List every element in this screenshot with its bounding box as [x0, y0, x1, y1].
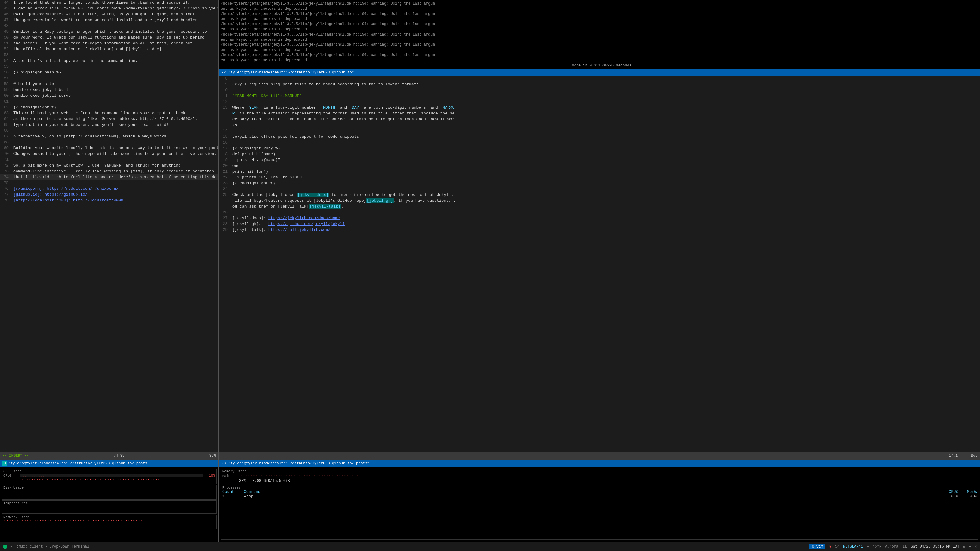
terminal-output: /home/tylerb/gems/gems/jekyll-3.8.5/lib/… [219, 0, 980, 69]
right-pane: /home/tylerb/gems/gems/jekyll-3.8.5/lib/… [219, 0, 980, 467]
signal-strength: 54 [835, 545, 840, 549]
rline-15: 15 Jekyll also offers powerful support f… [219, 134, 980, 140]
proc-row-1: 1 ytop 0.8 0.0 [222, 494, 977, 499]
rline-23: 23 {% endhighlight %} [219, 181, 980, 186]
right-bottom-filename-bar: -3 "tylerb@tyler-bladestealth:~/githubio… [219, 460, 980, 467]
cpu-percent: 10% [203, 474, 215, 478]
rline-10: 10 [219, 87, 980, 94]
line-74: 74 that little-kid itch to feel like a h… [0, 175, 218, 180]
status-icon-up: ▲ [963, 545, 965, 549]
rline-13c: cessary front matter. Take a look at the… [219, 117, 980, 122]
ytop-right: Memory Usage Main ······················… [219, 467, 980, 542]
status-right: 0 vim ♥ 54 NETGEAR41 – 45°F Aurora, IL S… [810, 544, 977, 549]
right-divider-bar: -2 "tylerb@tyler-bladestealth:~/githubio… [219, 69, 980, 76]
line-44: 44 I've found that when I forget to add … [0, 0, 218, 6]
screen: 44 I've found that when I forget to add … [0, 0, 980, 551]
proc-mem-header: Mem% [958, 489, 977, 494]
rline-13d: ks. [219, 122, 980, 128]
right-vim-status: 17,1 Bot [219, 451, 980, 460]
rline-16: 16 [219, 140, 980, 146]
memory-title: Memory Usage [222, 470, 977, 473]
proc-count-header: Count [222, 489, 244, 494]
disk-section: Disk Usage [2, 485, 216, 500]
line-52: 52 the official documentation on [jekyll… [0, 46, 218, 52]
wifi-name: NETGEAR41 [843, 545, 863, 549]
memory-bar-row: Main ···································… [222, 474, 977, 478]
network-content: ········································… [3, 519, 215, 528]
rline-13b: P` is the file extension representing th… [219, 111, 980, 117]
datetime: Sat 04/25 03:16 PM EDT [911, 545, 959, 549]
rline-27: 27 [jekyll-docs]: https://jekyllrb.com/d… [219, 216, 980, 221]
line-64: 64 at the output to see something like "… [0, 116, 218, 122]
tmux-session-label: ~: tmux: client - Drop-Down Terminal [10, 545, 89, 549]
network-bar: ········································… [3, 519, 215, 524]
line-67: 67 Alternatively, go to [http://localhos… [0, 134, 218, 140]
line-76: 76 [r/unixporn]: https://reddit.com/r/un… [0, 186, 218, 192]
line-47: 47 the gem executables won't run and we … [0, 17, 218, 23]
rline-13a: 13 Where `YEAR` is a four-digit number, … [219, 105, 980, 111]
proc-command-header: Command [244, 489, 940, 494]
left-filename-bar: 0 "tylerb@tyler-bladestealth:~/githubio/… [0, 460, 218, 467]
ytop-left: CPU Usage CPU0 ··········· 10% ·········… [0, 467, 219, 542]
line-58: 58 # build your site! [0, 81, 218, 87]
right-divider-filename: "tylerb@tyler-bladestealth:~/githubio/Ty… [228, 70, 354, 75]
line-77: 77 [github.io]: https://github.io/ [0, 192, 218, 198]
rline-24: 24 [219, 186, 980, 192]
proc-cpu-1: 0.8 [940, 494, 958, 499]
temperature: – [867, 545, 869, 549]
status-icon-close: ✕ [975, 544, 977, 549]
heart-icon: ♥ [829, 545, 831, 549]
temp-value: 45°F [872, 545, 881, 549]
memory-values: 33% 3.08 GiB/15.5 GiB [222, 479, 977, 483]
location: Aurora, IL [885, 545, 907, 549]
line-65: 65 Type that into your web browser, and … [0, 122, 218, 128]
line-68: 68 [0, 140, 218, 145]
line-60: 60 bundle exec jekyll serve [0, 93, 218, 99]
cpu-bar-dots: ··········· [20, 475, 45, 478]
line-73: 73 command-line-intensive. I really like… [0, 169, 218, 175]
vim-tab-indicator[interactable]: 0 vim [810, 544, 825, 549]
right-divider-num: -2 [221, 70, 226, 75]
line-51: 51 the scenes. If you want more in-depth… [0, 41, 218, 46]
cpu-section: CPU Usage CPU0 ··········· 10% ·········… [2, 468, 216, 484]
rline-19: 19 puts "Hi, #{name}" [219, 157, 980, 163]
status-circle-icon [3, 545, 7, 549]
ytop-section: CPU Usage CPU0 ··········· 10% ·········… [0, 467, 980, 542]
network-section: Network Usage ··························… [2, 514, 216, 529]
line-62: 62 {% endhighlight %} [0, 105, 218, 111]
proc-header: Count Command CPU% Mem% [222, 489, 977, 494]
processes-title: Processes [222, 486, 977, 489]
line-63: 63 This will host your website from the … [0, 111, 218, 116]
main-area: 44 I've found that when I forget to add … [0, 0, 980, 467]
status-bar: ~: tmux: client - Drop-Down Terminal 0 v… [0, 542, 980, 551]
proc-count-1: 1 [222, 494, 244, 499]
line-48: 48 [0, 23, 218, 29]
right-editor-content[interactable]: 8 9 Jekyll requires blog post files to b… [219, 76, 980, 451]
rline-8: 8 [219, 76, 980, 82]
left-editor-content[interactable]: 44 I've found that when I forget to add … [0, 0, 218, 451]
processes-section: Processes Count Command CPU% Mem% 1 ytop… [221, 485, 978, 540]
tom-text: Tom [256, 169, 263, 174]
line-71: 71 [0, 157, 218, 163]
rline-26: 26 [219, 210, 980, 216]
line-72: 72 So, a bit more on my workflow. I use … [0, 163, 218, 169]
line-78: 78 [http://localhost:4000]: http://local… [0, 198, 218, 203]
rline-22: 22 #=> prints 'Hi, Tom' to STDOUT. [219, 175, 980, 181]
rline-18: 18 def print_hi(name) [219, 151, 980, 157]
rline-25c: ou can ask them on [Jekyll Talk][jekyll-… [219, 204, 980, 210]
cpu-bar-track: ··········· [20, 474, 203, 477]
disk-title: Disk Usage [3, 486, 215, 489]
network-title: Network Usage [3, 516, 215, 519]
tab-number: 0 [2, 461, 7, 465]
temperatures-title: Temperatures [3, 502, 215, 505]
cpu-title: CPU Usage [3, 470, 215, 473]
line-54: 54 After that's all set up, we put in th… [0, 58, 218, 64]
vim-position: 74,93 [114, 454, 125, 458]
rline-25a: 25 Check out the [Jekyll docs][jekyll-do… [219, 192, 980, 198]
cpu-bar-row: CPU0 ··········· 10% [3, 474, 215, 478]
rline-14: 14 [219, 128, 980, 134]
status-icon-circle: ● [969, 545, 971, 549]
memory-bar: ········································… [239, 474, 977, 478]
line-66: 66 [0, 128, 218, 134]
rline-25b: File all bugs/feature requests at [Jekyl… [219, 198, 980, 204]
